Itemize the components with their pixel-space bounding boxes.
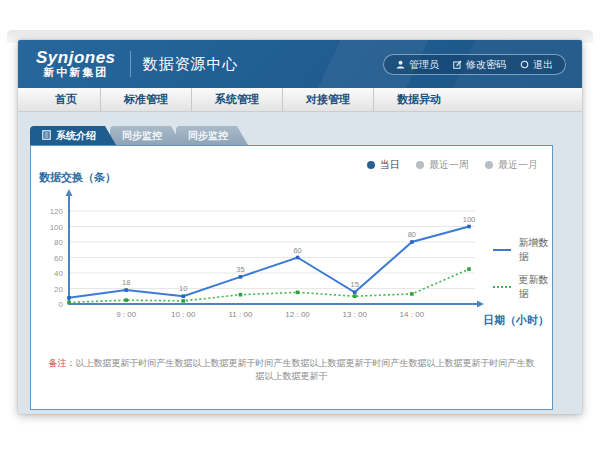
- filter-label: 最近一月: [498, 158, 538, 172]
- svg-text:100: 100: [463, 215, 476, 224]
- main-nav: 首页 标准管理 系统管理 对接管理 数据异动: [18, 88, 582, 112]
- svg-text:120: 120: [50, 207, 64, 216]
- brand-logo: Synjones 新中新集团: [36, 49, 116, 78]
- tab-label: 系统介绍: [56, 129, 96, 143]
- nav-item-home[interactable]: 首页: [32, 88, 101, 111]
- tab-sync-monitor-2[interactable]: 同步监控: [176, 126, 248, 145]
- document-icon: [42, 130, 51, 142]
- logout-label: 退出: [533, 58, 553, 72]
- nav-item-data-change[interactable]: 数据异动: [374, 88, 464, 111]
- svg-text:80: 80: [54, 238, 63, 247]
- svg-text:12 : 00: 12 : 00: [285, 310, 310, 319]
- legend-item-updated-data: 更新数据: [493, 273, 552, 301]
- radio-dot-icon: [416, 161, 424, 169]
- filter-last-week[interactable]: 最近一周: [416, 158, 469, 172]
- svg-text:40: 40: [54, 269, 63, 278]
- tab-bar: 系统介绍 同步监控 同步监控: [30, 126, 582, 145]
- svg-text:0: 0: [59, 300, 64, 309]
- current-user-label: 管理员: [409, 58, 439, 72]
- radio-dot-icon: [485, 161, 493, 169]
- legend-label: 新增数据: [518, 236, 552, 264]
- logout-button[interactable]: 退出: [520, 58, 553, 72]
- radio-dot-icon: [367, 161, 375, 169]
- svg-text:18: 18: [122, 278, 130, 287]
- app-header: Synjones 新中新集团 数据资源中心 管理员 修改密码: [18, 40, 582, 88]
- logo-text: Synjones: [36, 49, 116, 67]
- edit-icon: [453, 60, 462, 69]
- line-chart: 0204060801001209 : 0010 : 0011 : 0012 : …: [31, 186, 554, 334]
- svg-text:10: 10: [179, 284, 187, 293]
- svg-text:10 : 00: 10 : 00: [171, 310, 196, 319]
- app-window: Synjones 新中新集团 数据资源中心 管理员 修改密码: [18, 40, 582, 414]
- tab-system-intro[interactable]: 系统介绍: [30, 126, 116, 145]
- nav-item-standard-mgmt[interactable]: 标准管理: [101, 88, 192, 111]
- footnote: 备注：以上数据更新于时间产生数据以上数据更新于时间产生数据以上数据更新于时间产生…: [31, 357, 552, 382]
- footnote-label: 备注：: [49, 358, 76, 368]
- logo-subtext: 新中新集团: [36, 67, 116, 79]
- user-icon: [396, 60, 405, 69]
- nav-item-interface-mgmt[interactable]: 对接管理: [283, 88, 374, 111]
- svg-text:15: 15: [351, 280, 359, 289]
- svg-text:60: 60: [293, 246, 301, 255]
- period-filter: 当日 最近一周 最近一月: [367, 158, 538, 172]
- svg-text:100: 100: [50, 223, 64, 232]
- svg-text:20: 20: [54, 285, 63, 294]
- current-user-button[interactable]: 管理员: [396, 58, 439, 72]
- change-password-button[interactable]: 修改密码: [453, 58, 506, 72]
- dotted-line-icon: [493, 286, 511, 288]
- legend-label: 更新数据: [518, 273, 552, 301]
- user-toolbar: 管理员 修改密码 退出: [383, 54, 566, 75]
- svg-text:35: 35: [236, 265, 244, 274]
- chart-legend: 新增数据 更新数据: [493, 236, 552, 301]
- page-title: 数据资源中心: [143, 55, 239, 74]
- tab-sync-monitor-1[interactable]: 同步监控: [110, 126, 182, 145]
- legend-item-new-data: 新增数据: [493, 236, 552, 264]
- y-axis-title: 数据交换（条）: [39, 170, 116, 185]
- content-area: 系统介绍 同步监控 同步监控 当日 最近一周: [18, 112, 582, 413]
- svg-text:9 : 00: 9 : 00: [116, 310, 137, 319]
- filter-label: 当日: [380, 158, 400, 172]
- nav-item-system-mgmt[interactable]: 系统管理: [192, 88, 283, 111]
- header-divider: [130, 51, 131, 77]
- svg-text:60: 60: [54, 254, 63, 263]
- chart-panel: 当日 最近一周 最近一月 数据交换（条） 0204060801001209 : …: [30, 145, 553, 410]
- power-icon: [520, 60, 529, 69]
- svg-text:11 : 00: 11 : 00: [228, 310, 252, 319]
- tab-label: 同步监控: [188, 129, 228, 143]
- svg-text:14 : 00: 14 : 00: [400, 310, 425, 319]
- change-password-label: 修改密码: [466, 58, 506, 72]
- page: Synjones 新中新集团 数据资源中心 管理员 修改密码: [0, 0, 600, 450]
- filter-label: 最近一周: [429, 158, 469, 172]
- filter-today[interactable]: 当日: [367, 158, 400, 172]
- tab-label: 同步监控: [122, 129, 162, 143]
- svg-text:日期（小时）: 日期（小时）: [483, 314, 549, 327]
- solid-line-icon: [493, 249, 511, 251]
- filter-last-month[interactable]: 最近一月: [485, 158, 538, 172]
- svg-text:80: 80: [408, 230, 416, 239]
- footnote-text: 以上数据更新于时间产生数据以上数据更新于时间产生数据以上数据更新于时间产生数据以…: [76, 358, 535, 381]
- svg-text:13 : 00: 13 : 00: [342, 310, 367, 319]
